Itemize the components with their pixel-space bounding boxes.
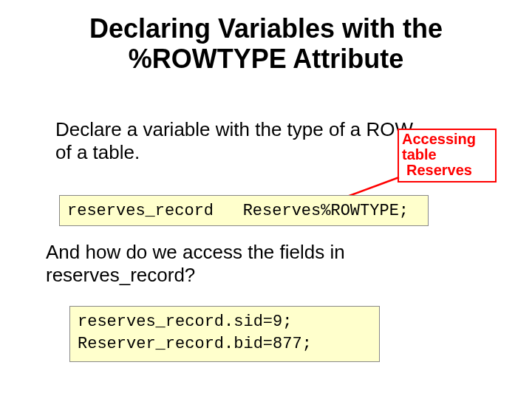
- annotation-line-3: Reserves: [402, 163, 492, 178]
- question-paragraph: And how do we access the fields in reser…: [46, 241, 460, 287]
- slide-title: Declaring Variables with the %ROWTYPE At…: [0, 13, 532, 75]
- code-declaration-box: reserves_record Reserves%ROWTYPE;: [59, 195, 429, 226]
- slide: Declaring Variables with the %ROWTYPE At…: [0, 0, 532, 399]
- annotation-callout: Accessing table Reserves: [398, 129, 497, 183]
- code-access-line-1: reserves_record.sid=9;: [78, 313, 292, 331]
- title-line-1: Declaring Variables with the: [89, 13, 443, 44]
- intro-paragraph: Declare a variable with the type of a RO…: [55, 118, 421, 164]
- title-line-2: %ROWTYPE Attribute: [129, 44, 404, 74]
- annotation-line-1: Accessing: [402, 132, 492, 147]
- code-access-line-2: Reserver_record.bid=877;: [78, 335, 312, 353]
- annotation-line-2: table: [402, 147, 492, 163]
- code-access-box: reserves_record.sid=9; Reserver_record.b…: [69, 306, 380, 362]
- code-declaration-text: reserves_record Reserves%ROWTYPE;: [67, 202, 409, 220]
